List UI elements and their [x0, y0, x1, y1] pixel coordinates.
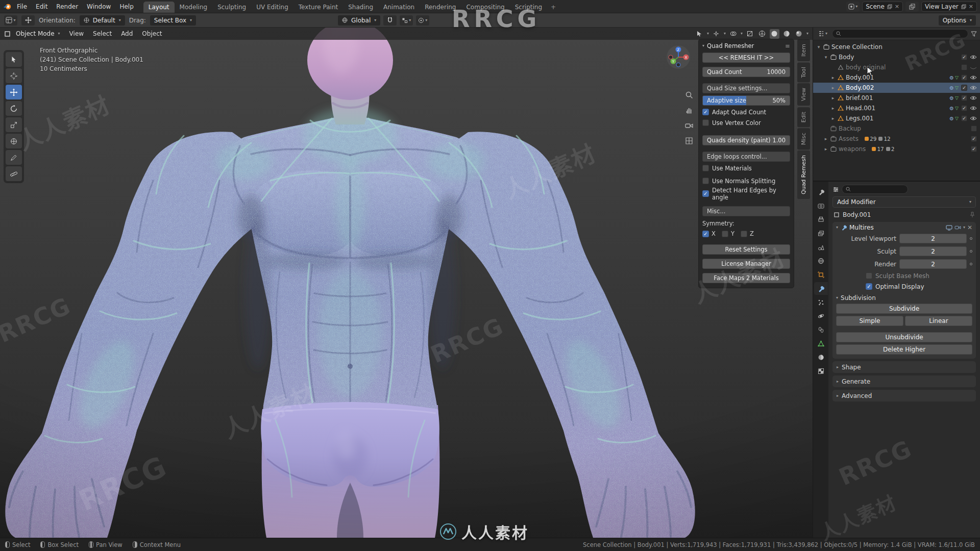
- face-maps-button[interactable]: Face Maps 2 Materials: [702, 273, 790, 283]
- gizmo-z-label[interactable]: Z: [677, 48, 680, 52]
- use-vertex-color-checkbox[interactable]: [702, 119, 709, 126]
- gizmo-x-label[interactable]: X: [685, 56, 688, 60]
- animate-dot-icon[interactable]: [970, 250, 972, 253]
- render-visibility-checkbox[interactable]: [961, 85, 967, 91]
- subdivide-button[interactable]: Subdivide: [836, 304, 972, 314]
- hide-eye-icon[interactable]: [970, 75, 977, 80]
- menu-view[interactable]: View: [65, 29, 88, 39]
- orientation-dropdown[interactable]: Default ▾: [80, 15, 125, 26]
- outliner-row-brief-001[interactable]: ▸ brief.001 ⚙▽: [813, 93, 980, 103]
- render-visibility-checkbox[interactable]: [961, 74, 967, 81]
- tab-misc[interactable]: Misc: [797, 128, 810, 149]
- linear-button[interactable]: Linear: [905, 316, 972, 326]
- tab-edit[interactable]: Edit: [797, 107, 810, 127]
- edge-loops-control-button[interactable]: Edge loops control...: [702, 152, 790, 162]
- scene-browse-button[interactable]: ▾: [846, 2, 860, 12]
- tab-particles[interactable]: [814, 296, 828, 309]
- snap-toggle-magnet-icon[interactable]: [383, 15, 397, 26]
- expander-icon[interactable]: ▸: [830, 106, 836, 111]
- outliner-row-weapons[interactable]: ▸ weapons 17 2: [813, 144, 980, 154]
- detect-hard-edges-checkbox[interactable]: [702, 190, 709, 197]
- use-vertex-color-row[interactable]: Use Vertex Color: [702, 118, 790, 127]
- pin-icon[interactable]: [970, 212, 975, 218]
- tab-item[interactable]: Item: [797, 39, 810, 61]
- tab-compositing[interactable]: Compositing: [461, 2, 509, 13]
- render-visibility-checkbox[interactable]: [971, 146, 977, 152]
- expander-icon[interactable]: ▸: [823, 146, 828, 152]
- xray-toggle-icon[interactable]: [745, 29, 755, 39]
- active-tool-icon[interactable]: [21, 15, 35, 26]
- display-render-toggle-icon[interactable]: [954, 225, 961, 230]
- simple-button[interactable]: Simple: [836, 316, 903, 326]
- expander-icon[interactable]: ▸: [830, 75, 836, 80]
- animate-dot-icon[interactable]: [970, 263, 972, 265]
- tab-animation[interactable]: Animation: [378, 2, 420, 13]
- outliner-row-body-001[interactable]: ▸ Body.001 ⚙▽: [813, 72, 980, 83]
- generate-subpanel[interactable]: ▸ Generate: [832, 375, 976, 387]
- tab-layout[interactable]: Layout: [143, 2, 175, 13]
- tab-uv-editing[interactable]: UV Editing: [251, 2, 293, 13]
- sculpt-field[interactable]: 2: [899, 246, 967, 256]
- gizmos-dropdown[interactable]: [712, 29, 721, 39]
- outliner-row-body-original[interactable]: body original: [813, 62, 980, 72]
- outliner-editor-type-button[interactable]: ▾: [816, 29, 829, 39]
- properties-search-input[interactable]: [842, 185, 908, 194]
- tab-modeling[interactable]: Modeling: [175, 2, 213, 13]
- menu-object[interactable]: Object: [138, 29, 166, 39]
- tab-sculpting[interactable]: Sculpting: [212, 2, 251, 13]
- rotate-tool[interactable]: [6, 101, 22, 116]
- select-box-tool[interactable]: [6, 52, 22, 67]
- render-visibility-checkbox[interactable]: [971, 136, 977, 142]
- tab-output[interactable]: [814, 213, 828, 226]
- quads-density-field[interactable]: Quads density (paint) 1.00: [702, 135, 790, 145]
- render-visibility-checkbox[interactable]: [961, 64, 967, 70]
- options-dropdown[interactable]: Options ▾: [939, 15, 976, 26]
- tab-quad-remesh[interactable]: Quad Remesh: [797, 151, 810, 199]
- annotate-tool[interactable]: [6, 150, 22, 165]
- expander-icon[interactable]: ▾: [816, 44, 821, 49]
- optimal-display-checkbox[interactable]: [866, 283, 872, 290]
- blender-logo-icon[interactable]: [3, 3, 12, 11]
- expander-icon[interactable]: ▸: [830, 116, 836, 121]
- use-materials-row[interactable]: Use Materials: [702, 164, 790, 172]
- hide-eye-icon[interactable]: [970, 55, 977, 60]
- misc-button[interactable]: Misc...: [702, 206, 790, 216]
- shading-solid-icon[interactable]: [770, 29, 779, 39]
- snap-settings-dropdown[interactable]: ▾: [400, 15, 413, 26]
- detect-hard-edges-row[interactable]: Detect Hard Edges by angle: [702, 189, 790, 198]
- render-visibility-checkbox[interactable]: [961, 54, 967, 60]
- add-modifier-dropdown[interactable]: Add Modifier ▾: [832, 196, 976, 208]
- navigation-gizmo[interactable]: Z X Y: [666, 45, 691, 69]
- selectability-dropdown[interactable]: [695, 29, 704, 39]
- zoom-icon[interactable]: [683, 89, 695, 101]
- menu-render[interactable]: Render: [52, 2, 82, 12]
- adapt-quad-count-checkbox[interactable]: [702, 109, 709, 115]
- drag-dropdown[interactable]: Select Box ▾: [150, 15, 196, 26]
- use-normals-checkbox[interactable]: [702, 178, 709, 184]
- expander-icon[interactable]: ▾: [823, 55, 828, 60]
- symmetry-x-checkbox[interactable]: [702, 231, 709, 237]
- tab-render[interactable]: [814, 199, 828, 212]
- measure-tool[interactable]: [6, 166, 22, 181]
- shading-wireframe-icon[interactable]: [757, 29, 767, 39]
- menu-edit[interactable]: Edit: [32, 2, 52, 12]
- panel-collapse-icon[interactable]: ▾: [836, 226, 838, 230]
- delete-higher-button[interactable]: Delete Higher: [836, 344, 972, 355]
- advanced-subpanel[interactable]: ▸ Advanced: [832, 390, 976, 402]
- quad-size-settings-button[interactable]: Quad Size settings...: [702, 83, 790, 93]
- hide-eye-icon[interactable]: [970, 65, 977, 70]
- expander-icon[interactable]: ▸: [823, 136, 828, 141]
- outliner-row-body-002[interactable]: ▸ Body.002 ⚙▽: [813, 83, 980, 93]
- tab-shading[interactable]: Shading: [343, 2, 378, 13]
- hide-eye-icon[interactable]: [970, 116, 977, 121]
- filter-icon[interactable]: [971, 31, 977, 37]
- menu-help[interactable]: Help: [115, 2, 137, 12]
- add-workspace-button[interactable]: +: [547, 2, 559, 13]
- sculpt-base-mesh-row[interactable]: Sculpt Base Mesh: [836, 271, 972, 280]
- expander-icon[interactable]: ▸: [830, 85, 836, 90]
- menu-file[interactable]: File: [13, 2, 31, 12]
- tab-tool[interactable]: [814, 186, 828, 198]
- view-layer-selector[interactable]: View Layer ×: [921, 2, 977, 12]
- tab-view-layer[interactable]: [814, 227, 828, 240]
- display-viewport-toggle-icon[interactable]: [946, 225, 952, 231]
